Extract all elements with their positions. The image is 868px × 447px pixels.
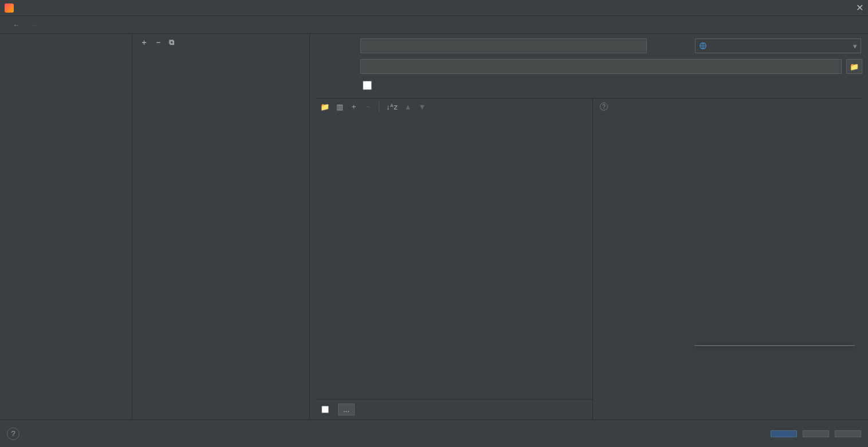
new-archive-icon[interactable]: ▥	[336, 103, 343, 111]
sidebar	[0, 34, 132, 419]
output-layout-pane: 📁 ▥ ＋ － ↓ᴬᴢ ▲ ▼ ...	[316, 99, 593, 419]
apply-button	[835, 430, 861, 437]
dialog-footer: ?	[0, 419, 868, 447]
add-icon[interactable]: ＋	[140, 37, 148, 48]
chevron-down-icon: ▾	[853, 42, 857, 50]
move-up-icon: ▲	[404, 103, 412, 111]
type-select[interactable]: ▾	[695, 38, 861, 53]
more-button[interactable]: ...	[338, 403, 355, 415]
sidebar-item-problems[interactable]	[0, 58, 132, 62]
help-icon[interactable]: ?	[600, 103, 608, 111]
back-icon[interactable]: ←	[13, 21, 20, 29]
add-copy-icon[interactable]: ＋	[350, 101, 358, 112]
sidebar-section-platform	[0, 43, 132, 48]
artifact-list-panel: ＋ － ⧉	[132, 34, 310, 419]
output-input[interactable]	[360, 59, 842, 74]
move-down-icon: ▼	[418, 103, 426, 111]
show-elements-checkbox[interactable]	[321, 406, 329, 413]
available-tree[interactable]	[593, 115, 862, 419]
include-build-checkbox[interactable]	[363, 81, 372, 90]
forward-icon: →	[30, 21, 38, 29]
output-tree[interactable]	[316, 115, 592, 399]
dialog-help-icon[interactable]: ?	[7, 428, 19, 440]
app-logo-icon	[5, 3, 14, 13]
remove-icon[interactable]: －	[155, 37, 162, 48]
name-input[interactable]	[360, 38, 647, 53]
sidebar-section-project	[0, 38, 132, 43]
close-icon[interactable]: ✕	[856, 2, 863, 13]
artifact-toolbar: ＋ － ⧉	[132, 34, 309, 51]
nav-bar: ← →	[0, 16, 868, 33]
new-folder-icon[interactable]: 📁	[320, 103, 329, 111]
web-icon	[699, 42, 707, 50]
browse-folder-icon[interactable]: 📁	[846, 59, 862, 74]
detail-panel: ▾ 📁 📁 ▥ ＋ － ↓ᴬᴢ ▲ ▼	[310, 34, 868, 419]
sort-icon[interactable]: ↓ᴬᴢ	[386, 103, 398, 111]
title-bar: ✕	[0, 0, 868, 16]
ok-button[interactable]	[771, 430, 797, 437]
remove-item-icon: －	[364, 101, 372, 112]
available-elements-pane: ?	[593, 99, 862, 419]
context-menu	[694, 345, 855, 346]
copy-icon[interactable]: ⧉	[169, 38, 174, 47]
cancel-button[interactable]	[803, 430, 829, 437]
